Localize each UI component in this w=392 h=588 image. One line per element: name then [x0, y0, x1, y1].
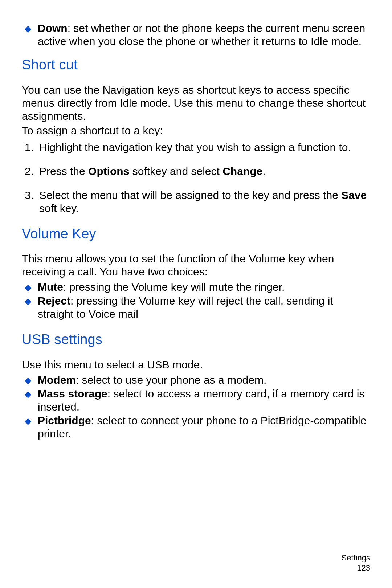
- step-text: Highlight the navigation key that you wi…: [39, 141, 351, 153]
- footer-page-number: 123: [342, 563, 371, 573]
- step-bold: Save: [341, 189, 367, 201]
- list-item: Mute: pressing the Volume key will mute …: [22, 281, 370, 294]
- step-bold: Options: [88, 165, 129, 177]
- usb-bullets: Modem: select to use your phone as a mod…: [22, 373, 370, 440]
- step-1: Highlight the navigation key that you wi…: [22, 141, 370, 154]
- list-item: Down: set whether or not the phone keeps…: [22, 22, 370, 48]
- step-text: Press the: [39, 165, 88, 177]
- shortcut-intro1: You can use the Navigation keys as short…: [22, 83, 370, 123]
- bullet-desc: : pressing the Volume key will reject th…: [38, 295, 333, 320]
- step-bold: Change: [222, 165, 262, 177]
- step-text: soft key.: [39, 202, 79, 214]
- volume-bullets: Mute: pressing the Volume key will mute …: [22, 281, 370, 320]
- bullet-term: Reject: [38, 295, 70, 307]
- bullet-desc: : pressing the Volume key will mute the …: [63, 281, 285, 293]
- step-3: Select the menu that will be assigned to…: [22, 189, 370, 215]
- bullet-term: Mute: [38, 281, 63, 293]
- step-2: Press the Options softkey and select Cha…: [22, 165, 370, 178]
- list-item: Reject: pressing the Volume key will rej…: [22, 294, 370, 320]
- list-item: Mass storage: select to access a memory …: [22, 387, 370, 413]
- list-item: Modem: select to use your phone as a mod…: [22, 373, 370, 387]
- volume-intro: This menu allows you to set the function…: [22, 252, 370, 278]
- heading-usb: USB settings: [22, 331, 370, 348]
- intro-bullet-list: Down: set whether or not the phone keeps…: [22, 22, 370, 48]
- bullet-desc: : set whether or not the phone keeps the…: [38, 22, 365, 47]
- step-text: .: [262, 165, 265, 177]
- bullet-desc: : select to use your phone as a modem.: [76, 374, 266, 386]
- step-text: Select the menu that will be assigned to…: [39, 189, 341, 201]
- bullet-term: Modem: [38, 374, 76, 386]
- footer-section: Settings: [342, 553, 371, 563]
- bullet-term: Down: [38, 22, 68, 34]
- usb-intro: Use this menu to select a USB mode.: [22, 358, 370, 371]
- list-item: Pictbridge: select to connect your phone…: [22, 414, 370, 440]
- bullet-term: Mass storage: [38, 388, 107, 400]
- shortcut-intro2: To assign a shortcut to a key:: [22, 124, 370, 137]
- shortcut-steps: Highlight the navigation key that you wi…: [22, 141, 370, 215]
- bullet-term: Pictbridge: [38, 415, 91, 426]
- heading-shortcut: Short cut: [22, 57, 370, 73]
- page-footer: Settings 123: [342, 553, 371, 573]
- step-text: softkey and select: [129, 165, 222, 177]
- heading-volume: Volume Key: [22, 226, 370, 242]
- manual-page: Down: set whether or not the phone keeps…: [0, 0, 392, 588]
